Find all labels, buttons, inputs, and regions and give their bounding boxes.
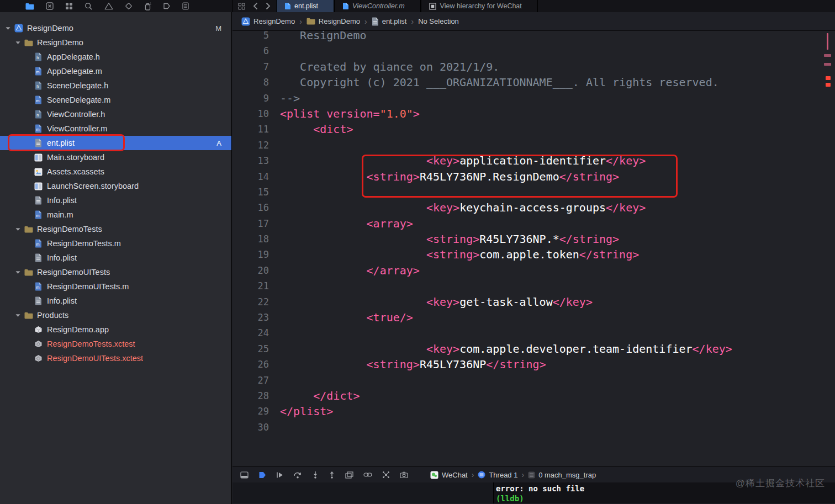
source-control-icon[interactable] [46,2,54,10]
code-editor[interactable]: 5 ResignDemo67 Created by qiance on 2021… [232,31,835,466]
line-number[interactable]: 5 [232,31,276,43]
line-number[interactable]: 9 [232,91,276,106]
sidebar-item-resigndemo-app[interactable]: ResignDemo.app [0,322,231,337]
process-path-wechat[interactable]: WeChat [430,471,468,479]
report-navigator-icon[interactable] [182,2,189,10]
sidebar-item-resigndemouitests-xctest[interactable]: ResignDemoUITests.xctest [0,351,231,365]
sidebar-item-info-plist[interactable]: Info.plist [0,294,231,308]
sidebar-item-resigndemotests-m[interactable]: mResignDemoTests.m [0,236,231,251]
line-number[interactable]: 21 [232,278,276,294]
line-number[interactable]: 18 [232,231,276,247]
line-number[interactable]: 24 [232,325,276,341]
line-number[interactable]: 27 [232,373,276,388]
process-path-label: Thread 1 [489,471,517,479]
sidebar-item-scenedelegate-h[interactable]: hSceneDelegate.h [0,78,231,93]
code-text: <array> [280,216,413,231]
sidebar-item-label: Info.plist [47,296,77,305]
tab-viewcontroller-m[interactable]: ViewController.m [334,0,420,12]
continue-icon[interactable] [276,471,283,479]
find-navigator-icon[interactable] [84,2,93,10]
doc-plist-icon [33,296,44,305]
line-number[interactable]: 6 [232,43,276,59]
chevron-down-icon[interactable] [3,26,13,30]
sidebar-item-scenedelegate-m[interactable]: mSceneDelegate.m [0,93,231,107]
line-number[interactable]: 19 [232,247,276,262]
line-number[interactable]: 13 [232,153,276,168]
sidebar-item-appdelegate-m[interactable]: mAppDelegate.m [0,64,231,78]
symbol-navigator-icon[interactable] [65,2,73,10]
code-line: 15 [232,184,835,200]
sidebar-item-resigndemo[interactable]: ResignDemoM [0,21,231,35]
sidebar-item-resigndemouitests[interactable]: ResignDemoUITests [0,265,231,279]
sidebar-item-appdelegate-h[interactable]: hAppDelegate.h [0,50,231,64]
debug-navigator-icon[interactable] [144,2,151,10]
line-number[interactable]: 23 [232,310,276,325]
line-number[interactable]: 14 [232,169,276,184]
line-number[interactable]: 8 [232,75,276,90]
step-out-icon[interactable] [329,471,335,479]
line-number[interactable]: 29 [232,404,276,419]
breadcrumb-item-resigndemo[interactable]: ResignDemo [241,17,295,26]
tab-ent-plist[interactable]: ent.plist [276,0,334,12]
line-number[interactable]: 26 [232,357,276,372]
tab-label: View hierarchy for WeChat [440,2,522,10]
sidebar-item-resigndemotests[interactable]: ResignDemoTests [0,222,231,236]
xcode-window: ent.plistViewController.mView hierarchy … [0,0,835,504]
related-items-icon[interactable] [238,3,245,10]
line-number[interactable]: 20 [232,263,276,278]
test-navigator-icon[interactable] [125,2,133,10]
doc-h-icon: h [33,110,44,119]
line-number[interactable]: 30 [232,420,276,435]
sidebar-item-main-m[interactable]: mmain.m [0,208,231,222]
sidebar-item-products[interactable]: Products [0,308,231,322]
breadcrumb-item-no-selection[interactable]: No Selection [418,17,459,25]
sidebar-item-resigndemotests-xctest[interactable]: ResignDemoTests.xctest [0,337,231,351]
sidebar-item-info-plist[interactable]: Info.plist [0,193,231,208]
line-number[interactable]: 10 [232,106,276,121]
variables-view[interactable] [232,482,494,503]
sidebar-item-ent-plist[interactable]: ent.plistA [0,136,231,150]
line-number[interactable]: 17 [232,216,276,231]
code-text: ResignDemo [280,31,367,43]
sidebar-item-viewcontroller-h[interactable]: hViewController.h [0,107,231,121]
breadcrumb-item-resigndemo[interactable]: ResignDemo [306,17,360,25]
sidebar-item-info-plist[interactable]: Info.plist [0,251,231,265]
sidebar-item-main-storyboard[interactable]: Main.storyboard [0,150,231,165]
line-number[interactable]: 15 [232,184,276,200]
chevron-down-icon[interactable] [13,270,23,274]
step-over-icon[interactable] [293,471,302,479]
tab-view-hierarchy-for-wechat[interactable]: View hierarchy for WeChat [421,0,538,12]
project-navigator-icon[interactable] [25,3,34,10]
chevron-down-icon[interactable] [13,314,23,317]
sidebar-item-resigndemo[interactable]: ResignDemo [0,35,231,50]
line-number[interactable]: 22 [232,294,276,310]
line-number[interactable]: 28 [232,388,276,404]
watermark: @稀土掘金技术社区 [736,477,825,490]
forward-icon[interactable] [266,2,271,10]
sidebar-item-assets-xcassets[interactable]: Assets.xcassets [0,165,231,179]
breakpoint-navigator-icon[interactable] [163,2,171,10]
back-icon[interactable] [253,2,258,10]
step-into-icon[interactable] [312,471,319,479]
chevron-down-icon[interactable] [13,41,23,45]
link-icon[interactable] [363,473,372,477]
breadcrumb-item-ent-plist[interactable]: ent.plist [372,17,407,26]
line-number[interactable]: 25 [232,341,276,357]
chevron-down-icon[interactable] [13,227,23,231]
process-path-0-mach-msg-trap[interactable]: 0 mach_msg_trap [528,471,596,479]
line-number[interactable]: 7 [232,59,276,75]
line-number[interactable]: 11 [232,121,276,137]
sidebar-item-resigndemouitests-m[interactable]: mResignDemoUITests.m [0,279,231,294]
view-hierarchy-icon[interactable] [345,471,353,479]
line-number[interactable]: 16 [232,200,276,215]
sidebar-item-viewcontroller-m[interactable]: mViewController.m [0,121,231,136]
memory-graph-icon[interactable] [382,471,390,479]
issue-navigator-icon[interactable] [104,2,113,10]
breakpoints-toggle-icon[interactable] [258,471,266,479]
line-number[interactable]: 12 [232,137,276,153]
camera-icon[interactable] [400,471,408,478]
minimap[interactable] [821,31,835,466]
hide-debug-area-icon[interactable] [240,471,249,479]
sidebar-item-launchscreen-storyboard[interactable]: LaunchScreen.storyboard [0,179,231,193]
process-path-thread-1[interactable]: Thread 1 [478,471,517,479]
